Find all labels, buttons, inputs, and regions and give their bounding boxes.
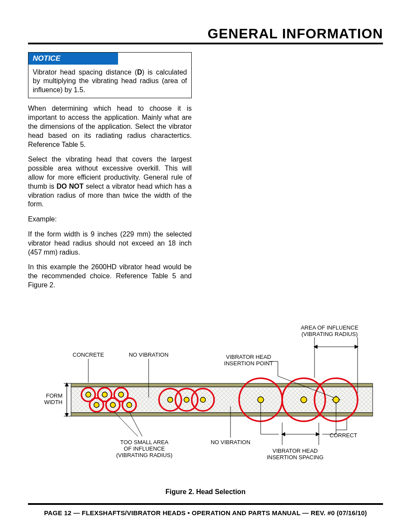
title-rule — [28, 43, 383, 44]
label-vh-ip-2: INSERTION POINT — [224, 360, 273, 367]
svg-point-29 — [333, 397, 339, 403]
label-form-width-2: WIDTH — [44, 399, 62, 405]
notice-text-bold: D — [137, 68, 142, 76]
paragraph-5: In this example the 2600HD vibrator head… — [28, 263, 192, 289]
svg-rect-3 — [71, 413, 373, 416]
label-too-small-2: OF INFLUENCE — [124, 445, 165, 452]
figure-svg: AREA OF INFLUENCE (VIBRATING RADIUS) CON… — [28, 316, 383, 479]
svg-point-23 — [258, 397, 264, 403]
paragraph-4: If the form width is 9 inches (229 mm) t… — [28, 230, 192, 257]
figure-2: AREA OF INFLUENCE (VIBRATING RADIUS) CON… — [28, 316, 383, 496]
page-footer: PAGE 12 — FLEXSHAFTS/VIBRATOR HEADS • OP… — [28, 503, 383, 516]
notice-box: NOTICE Vibrator head spacing distance (D… — [28, 52, 192, 98]
label-no-vibration-top: NO VIBRATION — [129, 352, 168, 358]
section-title: GENERAL INFORMATION — [28, 26, 383, 42]
svg-point-7 — [102, 392, 107, 397]
paragraph-1: When determining which head to choose it… — [28, 104, 192, 149]
svg-point-5 — [86, 392, 91, 397]
label-vh-is-1: VIBRATOR HEAD — [273, 448, 318, 454]
label-too-small-1: TOO SMALL AREA — [120, 439, 168, 445]
svg-point-21 — [200, 397, 206, 402]
label-form-width-1: FORM — [46, 392, 62, 399]
label-too-small-3: (VIBRATING RADIUS) — [116, 452, 173, 458]
svg-rect-2 — [71, 383, 373, 387]
label-correct: CORRECT — [330, 432, 357, 439]
label-concrete: CONCRETE — [73, 352, 104, 358]
svg-point-9 — [118, 392, 124, 397]
svg-point-19 — [184, 397, 189, 402]
paragraph-3: Example: — [28, 215, 192, 224]
notice-text-pre: Vibrator head spacing distance ( — [33, 68, 137, 76]
label-no-vibration-bottom: NO VIBRATION — [211, 439, 250, 445]
svg-point-13 — [110, 402, 115, 408]
p2-bold: DO NOT — [56, 183, 84, 190]
svg-point-25 — [301, 397, 307, 403]
svg-point-17 — [168, 397, 173, 402]
label-area-influence-1: AREA OF INFLUENCE — [301, 324, 358, 331]
label-vh-ip-1: VIBRATOR HEAD — [226, 354, 271, 360]
svg-point-11 — [94, 402, 99, 408]
notice-body: Vibrator head spacing distance (D) is ca… — [28, 65, 191, 98]
notice-header: NOTICE — [28, 53, 118, 65]
figure-caption: Figure 2. Head Selection — [28, 488, 383, 496]
svg-point-15 — [127, 402, 132, 408]
paragraph-2: Select the vibrating head that covers th… — [28, 155, 192, 209]
label-vh-is-2: INSERTION SPACING — [267, 454, 324, 460]
label-area-influence-2: (VIBRATING RADIUS) — [302, 331, 358, 337]
